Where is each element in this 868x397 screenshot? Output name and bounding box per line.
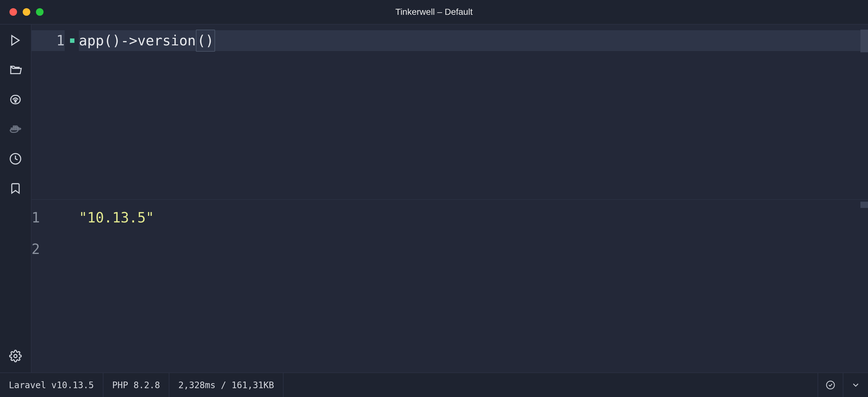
window-title: Tinkerwell – Default <box>396 7 473 17</box>
main-area: 1 app()->version() 1 2 "10.13.5" <box>0 25 868 372</box>
traffic-lights <box>9 8 43 16</box>
line-number: 2 <box>32 239 65 270</box>
svg-point-2 <box>15 101 16 102</box>
settings-icon[interactable] <box>8 349 22 363</box>
minimize-button[interactable] <box>23 8 30 16</box>
output-line: "10.13.5" <box>79 207 868 239</box>
folder-open-icon[interactable] <box>8 63 22 77</box>
code-gutter: 1 <box>32 25 79 199</box>
remote-icon[interactable] <box>8 93 22 106</box>
output-gutter: 1 2 <box>32 200 79 372</box>
svg-rect-6 <box>13 126 15 128</box>
sidebar <box>0 25 32 372</box>
status-right <box>817 373 868 397</box>
output-content: "10.13.5" <box>79 200 868 372</box>
chevron-down-icon[interactable] <box>843 373 868 397</box>
code-editor[interactable]: 1 app()->version() <box>32 25 868 200</box>
app-window: Tinkerwell – Default <box>0 0 868 397</box>
editor-area: 1 app()->version() 1 2 "10.13.5" <box>32 25 868 372</box>
statusbar: Laravel v10.13.5 PHP 8.2.8 2,328ms / 161… <box>0 372 868 397</box>
run-icon[interactable] <box>8 33 22 47</box>
check-circle-icon[interactable] <box>817 373 843 397</box>
php-version-status[interactable]: PHP 8.2.8 <box>103 373 170 397</box>
line-number: 1 <box>32 30 65 51</box>
output-panel[interactable]: 1 2 "10.13.5" <box>32 200 868 372</box>
output-line <box>79 239 868 270</box>
line-number: 1 <box>32 207 65 239</box>
titlebar[interactable]: Tinkerwell – Default <box>0 0 868 25</box>
svg-marker-0 <box>12 36 19 45</box>
history-icon[interactable] <box>8 152 22 166</box>
framework-status[interactable]: Laravel v10.13.5 <box>0 373 103 397</box>
code-line[interactable]: app()->version() <box>79 30 868 51</box>
scroll-indicator[interactable] <box>861 30 868 52</box>
close-button[interactable] <box>9 8 17 16</box>
bookmark-icon[interactable] <box>8 181 22 195</box>
code-content[interactable]: app()->version() <box>79 25 868 199</box>
maximize-button[interactable] <box>36 8 43 16</box>
svg-point-9 <box>14 355 17 358</box>
modified-indicator <box>70 38 74 43</box>
execution-stats[interactable]: 2,328ms / 161,31KB <box>169 373 283 397</box>
docker-icon[interactable] <box>8 122 22 136</box>
scroll-indicator[interactable] <box>861 202 868 208</box>
svg-point-10 <box>827 381 835 389</box>
